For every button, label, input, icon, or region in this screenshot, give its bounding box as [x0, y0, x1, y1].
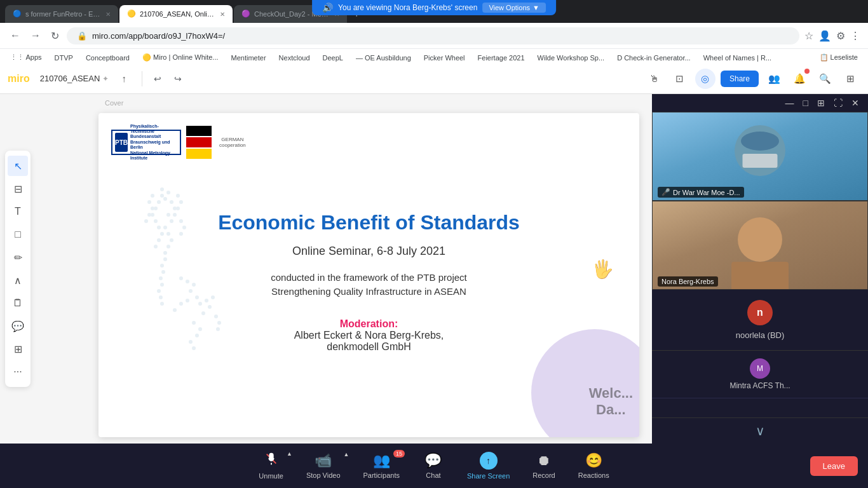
table-tool[interactable]: ⊞ [8, 339, 28, 359]
bookmark-miro[interactable]: 🟡 Miro | Online White... [137, 52, 224, 63]
board-name: 210706_ASEAN ✦ [40, 74, 109, 83]
pen-tool[interactable]: ✏ [8, 247, 28, 268]
chevron-down-icon: ▼ [532, 4, 539, 11]
svg-point-30 [186, 280, 189, 283]
bookmark-mentimeter[interactable]: Mentimeter [226, 53, 271, 63]
video-caret[interactable]: ▲ [344, 451, 349, 458]
share-screen-control[interactable]: ↑ Share Screen [456, 447, 521, 485]
chat-control[interactable]: 💬 Chat [411, 447, 456, 484]
svg-point-50 [151, 194, 154, 198]
bookmark-apps[interactable]: ⋮⋮ Apps [5, 52, 47, 63]
canvas-area[interactable]: Cover ↖ ⊟ T □ ✏ ∧ 🗒 💬 ⊞ ··· PTB Physik [0, 94, 868, 444]
minimize-video-button[interactable]: — [782, 97, 798, 109]
connector-tool[interactable]: ∧ [8, 270, 28, 290]
refresh-button[interactable]: ↻ [48, 27, 62, 44]
svg-point-28 [160, 302, 164, 306]
video-panel: — □ ⊞ ⛶ ✕ [652, 94, 868, 444]
bookmark-conceptboard[interactable]: Conceptboard [81, 53, 135, 63]
banner-text: You are viewing Nora Berg-Krebs' screen [338, 3, 477, 12]
undo-button[interactable]: ↩ [150, 70, 165, 88]
stop-video-control[interactable]: ▲ 📹 Stop Video [295, 447, 352, 484]
zoom-btn[interactable]: ◎ [695, 69, 715, 89]
frames-tool[interactable]: ⊟ [8, 179, 28, 199]
grid-icon[interactable]: ⊞ [840, 69, 860, 89]
screen-share-banner: 🔊 You are viewing Nora Berg-Krebs' scree… [312, 0, 556, 15]
slide-content: Economic Benefit of Standards Online Sem… [218, 211, 520, 353]
text-tool[interactable]: T [8, 201, 28, 222]
svg-point-44 [195, 334, 199, 337]
shape-tool[interactable]: □ [8, 224, 28, 245]
bookmark-icon[interactable]: ☆ [804, 30, 813, 42]
name-tag-icon-1: 🎤 [661, 188, 670, 196]
tab-close-2[interactable]: ✕ [220, 11, 225, 18]
collab-icon[interactable]: 👥 [764, 69, 784, 89]
tab-2[interactable]: 🟡 210706_ASEAN, Online Whitebo... ✕ [119, 5, 233, 23]
tab-close-1[interactable]: ✕ [105, 11, 111, 18]
miro-logo: miro [8, 73, 30, 85]
menu-icon[interactable]: ⋮ [850, 30, 860, 42]
svg-point-41 [201, 311, 205, 315]
close-video-button[interactable]: ✕ [848, 97, 863, 109]
svg-point-13 [157, 200, 161, 204]
forward-button[interactable]: → [28, 27, 43, 44]
tab-favicon-2: 🟡 [127, 10, 136, 18]
svg-point-11 [163, 251, 167, 255]
bookmark-oe[interactable]: — OE Ausbildung [351, 53, 416, 63]
unmute-control[interactable]: ▲ Unmute [247, 447, 295, 485]
share-button[interactable]: Share [721, 71, 759, 87]
notification-icon[interactable]: 🔔 [789, 69, 810, 89]
gesture-cursor: 🖐 [592, 259, 614, 280]
cursor-icon[interactable]: 🖱 [644, 69, 665, 89]
svg-point-3 [170, 200, 173, 204]
unmute-caret[interactable]: ▲ [287, 451, 292, 457]
bookmark-picker[interactable]: Picker Wheel [419, 53, 470, 63]
zoom-fit-icon[interactable]: ⊡ [670, 69, 690, 89]
profile-icon[interactable]: 👤 [818, 30, 831, 42]
participants-control[interactable]: 15 👥 Participants [352, 447, 411, 484]
lock-icon: 🔒 [77, 31, 87, 41]
avatar-noorlela: n [747, 300, 773, 325]
bookmark-nextcloud[interactable]: Nextcloud [274, 53, 315, 63]
full-video-button[interactable]: ⛶ [830, 97, 846, 109]
more-participants-button[interactable]: ∨ [652, 417, 868, 444]
bookmark-wheel[interactable]: Wheel of Names | R... [698, 53, 776, 63]
bookmark-deepl[interactable]: DeepL [318, 53, 348, 63]
map-illustration [118, 164, 232, 418]
svg-point-24 [159, 276, 163, 280]
address-bar[interactable]: 🔒 miro.com/app/board/o9J_l7hoxW4=/ [67, 27, 799, 44]
select-tool[interactable]: ↖ [8, 156, 28, 176]
leave-button[interactable]: Leave [810, 456, 858, 476]
redo-button[interactable]: ↪ [170, 70, 186, 88]
record-icon: ⏺ [537, 452, 551, 469]
svg-point-5 [166, 213, 170, 217]
svg-point-31 [192, 283, 196, 287]
bookmark-wilde[interactable]: Wilde Workshop Sp... [532, 53, 610, 63]
view-options-button[interactable]: View Options ▼ [482, 3, 546, 13]
star-icon[interactable]: ✦ [102, 74, 109, 83]
slide-logo: PTB Physikalisch-Technische Bundesanstal… [111, 126, 246, 159]
record-control[interactable]: ⏺ Record [521, 447, 566, 484]
search-icon[interactable]: 🔍 [815, 69, 835, 89]
back-button[interactable]: ← [8, 27, 23, 44]
tile-view-button[interactable]: ⊞ [813, 97, 829, 109]
bookmark-feiertage[interactable]: Feiertage 2021 [473, 53, 530, 63]
svg-point-9 [170, 238, 173, 242]
participants-badge: 15 [393, 450, 405, 458]
tab-1[interactable]: 🔵 s former FunRetro - EU... ✕ [5, 5, 118, 23]
tab-favicon-3: 🟣 [241, 10, 250, 18]
nav-bar: ← → ↻ 🔒 miro.com/app/board/o9J_l7hoxW4=/… [0, 23, 868, 48]
bookmark-dtvp[interactable]: DTVP [50, 53, 78, 63]
slide-description: conducted in the framework of the PTB pr… [218, 271, 520, 299]
maximize-video-button[interactable]: □ [799, 97, 812, 109]
more-tools[interactable]: ··· [8, 362, 28, 382]
bookmarks-bar: ⋮⋮ Apps DTVP Conceptboard 🟡 Miro | Onlin… [0, 48, 868, 66]
bookmark-reading-list[interactable]: 📋 Leseliste [815, 52, 863, 63]
reactions-control[interactable]: 😊 Reactions [567, 447, 621, 484]
upload-icon[interactable]: ↑ [114, 69, 134, 89]
extensions-icon[interactable]: ⚙ [836, 30, 845, 42]
svg-point-27 [159, 295, 163, 299]
bookmark-checkin[interactable]: D Check-in Generator... [612, 53, 696, 63]
sticky-tool[interactable]: 🗒 [8, 293, 28, 313]
comment-tool[interactable]: 💬 [8, 316, 28, 336]
svg-point-38 [205, 299, 208, 302]
